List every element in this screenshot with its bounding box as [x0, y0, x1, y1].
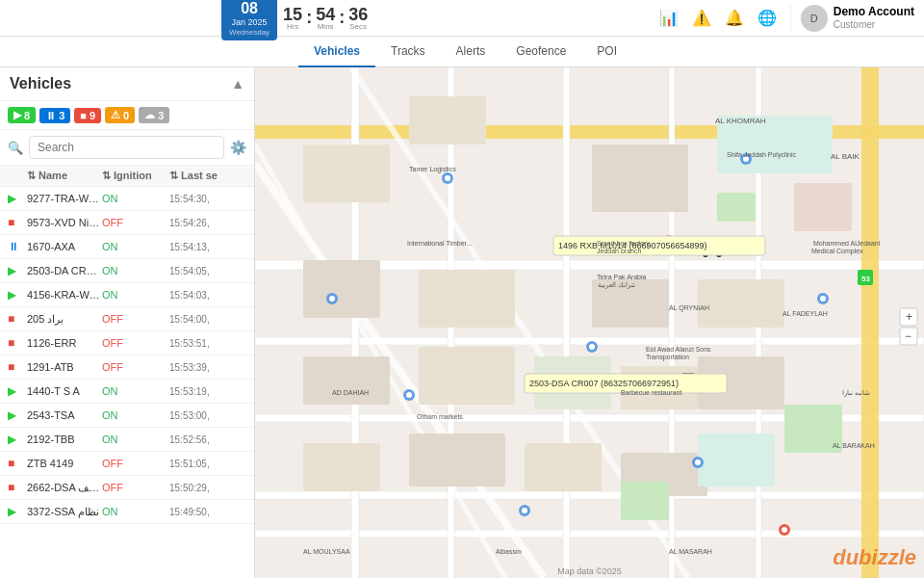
nav-tab-geofence[interactable]: Geofence — [500, 37, 581, 67]
pill-icon-orange: ⚠ — [111, 109, 120, 121]
svg-text:Transportation: Transportation — [646, 354, 689, 361]
vehicle-status-icon: ▶ — [8, 433, 27, 446]
vehicle-name: 2543-TSA — [27, 409, 102, 421]
vehicle-status-icon: ▶ — [8, 264, 27, 277]
vehicle-row[interactable]: ▶ 9277-TRA-WAR-QCS... ON 15:54:30, — [0, 187, 254, 211]
vehicle-time: 15:52:56, — [169, 434, 246, 445]
status-pill-green[interactable]: ▶8 — [8, 107, 36, 123]
status-pill-blue[interactable]: ⏸3 — [39, 108, 70, 123]
reports-icon[interactable]: 📊 — [659, 9, 679, 27]
map-area[interactable]: 1496 RXB M1014 (866907056654899) 2503-DS… — [255, 67, 924, 578]
vehicle-status-icon: ▶ — [8, 505, 27, 518]
svg-rect-11 — [669, 67, 675, 578]
avatar-initials: D — [810, 13, 818, 24]
vehicle-ignition: ON — [102, 241, 169, 252]
vehicle-ignition: OFF — [102, 482, 169, 493]
vehicle-status-icon: ■ — [8, 216, 27, 229]
svg-text:+: + — [906, 310, 912, 324]
vehicle-time: 15:54:30, — [169, 194, 246, 204]
vehicle-ignition: OFF — [102, 361, 169, 373]
filter-icon[interactable]: ⚙️ — [230, 140, 246, 155]
vehicle-row[interactable]: ▶ 2503-DA CR007... ON 15:54:05, — [0, 259, 254, 283]
status-pill-gray[interactable]: ☁3 — [139, 107, 169, 123]
svg-text:Barbecue restaurant: Barbecue restaurant — [621, 389, 681, 396]
pill-icon-gray: ☁ — [144, 109, 155, 121]
svg-point-57 — [782, 527, 787, 533]
vehicle-row[interactable]: ▶ 2192-TBB ON 15:52:56, — [0, 428, 254, 452]
vehicle-row[interactable]: ■ ZTB 4149 OFF 15:51:05, — [0, 452, 254, 476]
vehicle-name: 1440-T S A — [27, 385, 102, 397]
map-svg: 1496 RXB M1014 (866907056654899) 2503-DS… — [255, 67, 924, 578]
topbar: 08 Jan 2025 Wednesday 15 Hrs : 54 Mins :… — [0, 0, 924, 37]
vehicle-name: 2662-DSA احمد الخلف — [27, 482, 102, 494]
svg-text:AL MOULYSAA: AL MOULYSAA — [303, 548, 350, 555]
svg-text:AD DAHIAH: AD DAHIAH — [332, 389, 369, 396]
svg-text:تترابك العربية: تترابك العربية — [598, 281, 635, 289]
nav-tab-poi[interactable]: POI — [581, 37, 632, 67]
pill-count-green: 8 — [24, 110, 30, 121]
svg-rect-31 — [409, 434, 505, 486]
search-input[interactable] — [29, 136, 224, 159]
svg-point-49 — [820, 296, 826, 302]
svg-text:Mohammed AlJedaani: Mohammed AlJedaani — [813, 240, 881, 247]
vehicle-time: 15:50:29, — [169, 483, 246, 493]
vehicle-row[interactable]: ▶ 2543-TSA ON 15:53:00, — [0, 404, 254, 428]
status-pill-orange[interactable]: ⚠0 — [105, 107, 135, 123]
search-icon: 🔍 — [8, 141, 23, 155]
svg-rect-20 — [794, 183, 852, 231]
nav-tab-tracks[interactable]: Tracks — [375, 37, 441, 67]
col-ignition[interactable]: ⇅ Ignition — [102, 170, 169, 182]
vehicle-row[interactable]: ⏸ 1670-AXA ON 15:54:13, — [0, 235, 254, 259]
nav-tab-vehicles[interactable]: Vehicles — [298, 37, 375, 67]
minutes-segment: 54 Mins — [316, 6, 335, 31]
nav-tab-alerts[interactable]: Alerts — [441, 37, 501, 67]
globe-icon[interactable]: 🌐 — [757, 9, 777, 27]
svg-rect-16 — [303, 144, 390, 202]
day-number: 08 — [241, 0, 258, 17]
vehicle-row[interactable]: ■ 2662-DSA احمد الخلف OFF 15:50:29, — [0, 476, 254, 500]
sidebar-collapse-button[interactable]: ▲ — [231, 76, 244, 92]
vehicle-row[interactable]: ■ 205 براد OFF 15:54:00, — [0, 307, 254, 331]
svg-text:Eid Awad Alanzi Sons: Eid Awad Alanzi Sons — [646, 346, 711, 353]
svg-text:AL MASARAH: AL MASARAH — [669, 548, 712, 555]
svg-rect-7 — [861, 67, 879, 578]
colon-2: : — [339, 8, 345, 28]
vehicle-name: 9573-XVD Niaz... — [27, 217, 102, 228]
vehicle-row[interactable]: ■ 9573-XVD Niaz... OFF 15:54:26, — [0, 211, 254, 235]
vehicle-time: 15:51:05, — [169, 459, 246, 469]
svg-rect-25 — [303, 356, 390, 405]
vehicle-status-icon: ⏸ — [8, 240, 27, 253]
map-attribution: Map data ©2025 — [557, 566, 622, 576]
vehicle-row[interactable]: ▶ 4156-KRA-WAR-DCS... ON 15:54:03, — [0, 283, 254, 307]
vehicle-list: ▶ 9277-TRA-WAR-QCS... ON 15:54:30, ■ 957… — [0, 187, 254, 578]
watermark: dubizzle — [833, 545, 916, 570]
vehicle-time: 15:54:26, — [169, 218, 246, 228]
vehicle-status-icon: ■ — [8, 312, 27, 326]
vehicle-time: 15:54:13, — [169, 242, 246, 252]
vehicle-row[interactable]: ■ 1291-ATB OFF 15:53:39, — [0, 355, 254, 380]
svg-rect-32 — [525, 443, 602, 491]
notifications-icon[interactable]: 🔔 — [725, 9, 744, 27]
vehicle-row[interactable]: ■ 1126-ERR OFF 15:53:51, — [0, 331, 254, 355]
vehicle-row[interactable]: ▶ 3372-SSA نظام ON 15:49:50, — [0, 500, 254, 524]
user-name: Demo Account — [834, 5, 914, 18]
time-block: 15 Hrs : 54 Mins : 36 Secs — [283, 6, 368, 31]
vehicle-time: 15:53:39, — [169, 362, 246, 373]
col-name[interactable]: ⇅ Name — [27, 170, 102, 182]
alerts-icon[interactable]: ⚠️ — [692, 9, 711, 27]
status-pill-red[interactable]: ■9 — [74, 108, 101, 123]
vehicle-time: 15:49:50, — [169, 507, 246, 517]
svg-rect-30 — [303, 443, 380, 491]
nav-tabs: VehiclesTracksAlertsGeofencePOI — [0, 37, 924, 67]
pill-count-gray: 3 — [158, 110, 164, 121]
svg-text:Smart box factory: Smart box factory — [597, 240, 650, 248]
vehicle-ignition: ON — [102, 506, 169, 517]
vehicle-ignition: OFF — [102, 313, 169, 325]
vehicle-row[interactable]: ▶ 1440-T S A ON 15:53:19, — [0, 380, 254, 404]
hours-segment: 15 Hrs — [283, 6, 302, 31]
svg-text:Tetra Pak Arabia: Tetra Pak Arabia — [597, 274, 646, 280]
svg-text:2503-DSA CR007 (86325706697295: 2503-DSA CR007 (863257066972951) — [529, 379, 679, 388]
svg-text:AL BARAKAH: AL BARAKAH — [833, 442, 875, 449]
vehicle-ignition: ON — [102, 409, 169, 421]
user-role: Customer — [834, 19, 914, 31]
